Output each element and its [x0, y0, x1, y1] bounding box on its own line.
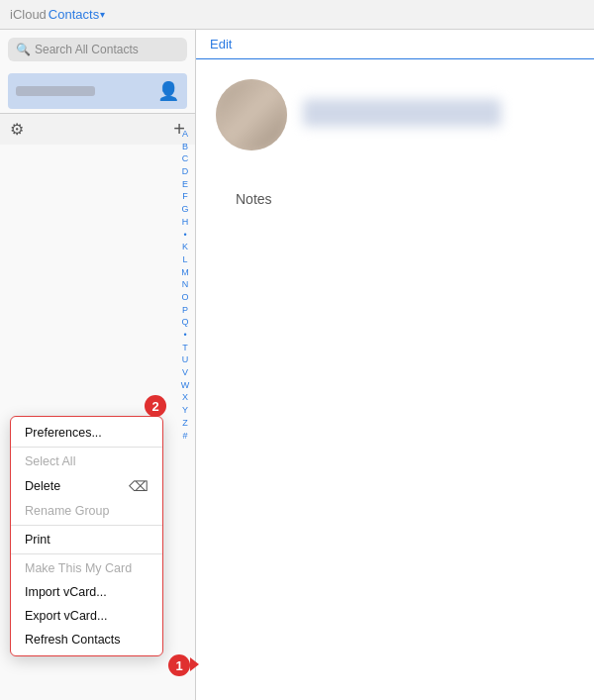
app-header: iCloud Contacts ▾: [0, 0, 594, 30]
menu-separator-3: [11, 525, 162, 526]
alpha-letter-E[interactable]: E: [179, 179, 191, 191]
alpha-letter-A[interactable]: A: [179, 129, 191, 141]
content-area: Edit Notes: [196, 30, 594, 700]
contact-photo: [216, 79, 287, 150]
contact-info-row: [216, 79, 574, 150]
alpha-letter-T[interactable]: T: [179, 343, 191, 354]
alpha-letter-M[interactable]: M: [179, 267, 191, 279]
menu-item-8[interactable]: Refresh Contacts: [11, 628, 162, 651]
menu-item-1: Select All: [11, 450, 162, 473]
alpha-letter-G[interactable]: G: [179, 204, 191, 216]
menu-item-5: Make This My Card: [11, 556, 162, 580]
context-menu: 2 Preferences...Select AllDelete⌫Rename …: [10, 416, 163, 656]
contact-name-blur: [16, 86, 95, 96]
menu-item-7[interactable]: Export vCard...: [11, 604, 162, 628]
alpha-letter-N[interactable]: N: [179, 279, 191, 291]
alpha-letter-#[interactable]: #: [179, 431, 191, 443]
menu-item-0[interactable]: Preferences...: [11, 421, 162, 445]
badge-2: 2: [145, 395, 166, 417]
contact-photo-blur: [216, 79, 287, 150]
delete-icon: ⌫: [129, 478, 148, 494]
menu-separator-0: [11, 447, 162, 448]
notes-section: Notes: [236, 190, 272, 208]
menu-item-6[interactable]: Import vCard...: [11, 580, 162, 604]
alpha-letter-O[interactable]: O: [179, 292, 191, 304]
contacts-label[interactable]: Contacts: [49, 7, 99, 22]
alpha-letter-K[interactable]: K: [179, 242, 191, 253]
alpha-letter-X[interactable]: X: [179, 392, 191, 404]
contact-detail: Notes: [196, 59, 594, 228]
alpha-letter-Q[interactable]: Q: [179, 317, 191, 329]
search-bar[interactable]: 🔍 Search All Contacts: [8, 38, 187, 61]
alpha-letter-D[interactable]: D: [179, 166, 191, 178]
main-layout: 🔍 Search All Contacts 👤 ABCDEFGH•KLMNOPQ…: [0, 30, 594, 700]
badge1-arrow: [190, 657, 199, 671]
alpha-letter-L[interactable]: L: [179, 254, 191, 266]
notes-label: Notes: [236, 191, 272, 207]
alpha-letter-P[interactable]: P: [179, 305, 191, 317]
alpha-letter-Y[interactable]: Y: [179, 405, 191, 417]
icloud-label: iCloud: [10, 7, 47, 22]
alpha-letter-Z[interactable]: Z: [179, 418, 191, 430]
alpha-letter-W[interactable]: W: [179, 380, 191, 392]
sidebar-footer: ⚙ +: [0, 113, 195, 145]
contact-avatar-icon: 👤: [157, 80, 179, 102]
menu-item-2[interactable]: Delete⌫: [11, 473, 162, 499]
alpha-letter-C[interactable]: C: [179, 153, 191, 165]
search-icon: 🔍: [16, 43, 31, 56]
alpha-letter-•[interactable]: •: [179, 330, 191, 342]
chevron-down-icon[interactable]: ▾: [100, 9, 105, 20]
alpha-letter-B[interactable]: B: [179, 142, 191, 153]
alpha-letter-V[interactable]: V: [179, 367, 191, 379]
sidebar: 🔍 Search All Contacts 👤 ABCDEFGH•KLMNOPQ…: [0, 30, 196, 700]
content-header: Edit: [196, 30, 594, 59]
alpha-letter-F[interactable]: F: [179, 191, 191, 203]
menu-item-4[interactable]: Print: [11, 528, 162, 551]
alpha-letter-H[interactable]: H: [179, 217, 191, 229]
alpha-letter-•[interactable]: •: [179, 230, 191, 242]
alpha-letter-U[interactable]: U: [179, 354, 191, 366]
contact-name-blur: [303, 99, 501, 127]
search-placeholder: Search All Contacts: [35, 43, 139, 56]
alphabet-index: ABCDEFGH•KLMNOPQ•TUVWXYZ#: [179, 129, 191, 442]
badge-1: 1: [168, 654, 190, 676]
edit-button[interactable]: Edit: [210, 37, 232, 51]
gear-icon[interactable]: ⚙: [10, 120, 24, 139]
contact-list-item[interactable]: 👤: [8, 73, 187, 109]
menu-separator-4: [11, 553, 162, 554]
menu-item-3: Rename Group: [11, 499, 162, 523]
